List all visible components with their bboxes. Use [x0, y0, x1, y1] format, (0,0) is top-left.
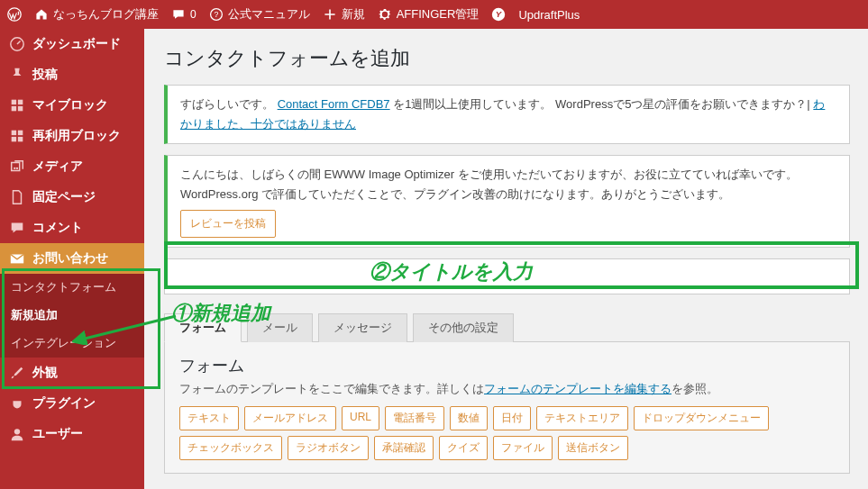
menu-dashboard-label: ダッシュボード [32, 36, 121, 52]
admin-bar: なっちんブログ講座 0 ? 公式マニュアル 新規 AFFINGER管理 Y Up… [0, 0, 868, 29]
menu-users-label: ユーザー [32, 426, 83, 442]
menu-contact[interactable]: お問い合わせ [0, 243, 144, 274]
form-tag-button[interactable]: チェックボックス [179, 436, 282, 460]
brush-icon [9, 365, 25, 381]
yoast-link[interactable]: Y [491, 7, 506, 22]
menu-myblock-label: マイブロック [32, 97, 108, 113]
menu-posts[interactable]: 投稿 [0, 59, 144, 90]
svg-point-17 [14, 429, 20, 434]
menu-posts-label: 投稿 [32, 67, 58, 83]
admin-sidebar: ダッシュボード 投稿 マイブロック 再利用ブロック メディア 固定ページ コメン… [0, 29, 144, 489]
affinger-label: AFFINGER管理 [397, 6, 480, 23]
content-area: コンタクトフォームを追加 すばらしいです。 Contact Form CFDB7… [144, 29, 868, 489]
help-icon: ? [209, 7, 224, 22]
menu-plugins[interactable]: プラグイン [0, 388, 144, 419]
menu-pages[interactable]: 固定ページ [0, 182, 144, 213]
grid-icon [9, 97, 25, 113]
form-panel-heading: フォーム [179, 355, 835, 376]
form-tag-button[interactable]: メールアドレス [244, 406, 336, 430]
menu-contact-label: お問い合わせ [32, 250, 108, 267]
updraft-label: UpdraftPlus [518, 8, 580, 22]
form-tag-list: テキストメールアドレスURL電話番号数値日付テキストエリアドロップダウンメニュー… [179, 406, 835, 460]
menu-appearance[interactable]: 外観 [0, 358, 144, 388]
form-tag-button[interactable]: ファイル [493, 436, 553, 460]
svg-text:?: ? [214, 10, 218, 19]
wp-logo[interactable] [7, 7, 22, 22]
svg-rect-8 [12, 106, 16, 111]
page-title: コンタクトフォームを追加 [164, 45, 850, 72]
comments-link[interactable]: 0 [171, 7, 196, 22]
submenu-addnew[interactable]: 新規追加 [0, 302, 144, 330]
updraft-link[interactable]: UpdraftPlus [518, 8, 580, 22]
user-icon [9, 426, 25, 442]
svg-rect-13 [18, 137, 23, 141]
cfdb7-link[interactable]: Contact Form CFDB7 [278, 97, 390, 111]
new-label: 新規 [342, 6, 365, 23]
plus-icon [323, 7, 337, 22]
notice-ewww: こんにちは、しばらくの間 EWWW Image Optimizer をご使用いた… [164, 155, 850, 248]
manual-label: 公式マニュアル [228, 6, 310, 23]
title-input-wrap [164, 258, 850, 294]
pin-icon [9, 67, 25, 83]
form-panel-desc: フォームのテンプレートをここで編集できます。詳しくはフォームのテンプレートを編集… [179, 382, 835, 397]
notice-cfdb7: すばらしいです。 Contact Form CFDB7 を1週間以上使用していま… [164, 85, 850, 144]
svg-rect-6 [12, 100, 16, 104]
form-tag-button[interactable]: テキストエリア [536, 406, 628, 430]
form-tag-button[interactable]: ドロップダウンメニュー [634, 406, 769, 430]
review-button[interactable]: レビューを投稿 [180, 210, 276, 237]
form-panel: フォーム フォームのテンプレートをここで編集できます。詳しくはフォームのテンプレ… [164, 342, 850, 474]
tab-other[interactable]: その他の設定 [413, 313, 514, 342]
svg-point-14 [14, 168, 15, 169]
mail-icon [9, 250, 25, 267]
new-link[interactable]: 新規 [323, 6, 365, 23]
dashboard-icon [9, 36, 25, 52]
menu-reusable[interactable]: 再利用ブロック [0, 121, 144, 151]
editor-tabs: フォーム メール メッセージ その他の設定 [164, 312, 850, 342]
form-tag-button[interactable]: 送信ボタン [558, 436, 628, 460]
submenu-integration[interactable]: インテグレーション [0, 330, 144, 358]
menu-users[interactable]: ユーザー [0, 419, 144, 449]
form-tag-button[interactable]: クイズ [439, 436, 488, 460]
form-tag-button[interactable]: URL [342, 406, 379, 430]
form-tag-button[interactable]: 数値 [450, 406, 488, 430]
form-tag-button[interactable]: テキスト [179, 406, 239, 430]
plugin-icon [9, 395, 25, 412]
form-title-input[interactable] [164, 258, 850, 294]
media-icon [9, 158, 25, 175]
menu-myblock[interactable]: マイブロック [0, 90, 144, 121]
menu-reusable-label: 再利用ブロック [32, 128, 121, 144]
menu-comments[interactable]: コメント [0, 213, 144, 243]
comment-icon [9, 220, 25, 236]
svg-rect-12 [12, 137, 16, 141]
wordpress-icon [7, 7, 22, 22]
form-tag-button[interactable]: 電話番号 [385, 406, 444, 430]
comment-icon [171, 7, 186, 22]
form-tag-button[interactable]: ラジオボタン [288, 436, 369, 460]
svg-rect-9 [18, 106, 23, 111]
tab-message[interactable]: メッセージ [318, 313, 407, 342]
svg-rect-7 [18, 100, 23, 104]
comment-count: 0 [190, 8, 196, 21]
svg-rect-10 [12, 131, 16, 135]
svg-rect-11 [18, 131, 23, 135]
manual-link[interactable]: ? 公式マニュアル [209, 6, 310, 23]
tab-form[interactable]: フォーム [164, 313, 242, 342]
template-doc-link[interactable]: フォームのテンプレートを編集する [484, 383, 672, 395]
menu-media[interactable]: メディア [0, 151, 144, 182]
form-tag-button[interactable]: 承諾確認 [374, 436, 434, 460]
menu-dashboard[interactable]: ダッシュボード [0, 29, 144, 59]
menu-plugins-label: プラグイン [32, 395, 96, 412]
menu-comments-label: コメント [32, 220, 83, 236]
yoast-icon: Y [491, 7, 506, 22]
grid-icon [9, 128, 25, 144]
form-tag-button[interactable]: 日付 [493, 406, 531, 430]
svg-point-15 [16, 168, 18, 169]
site-name[interactable]: なっちんブログ講座 [34, 6, 159, 23]
site-name-text: なっちんブログ講座 [53, 6, 159, 23]
home-icon [34, 7, 49, 22]
menu-appearance-label: 外観 [32, 365, 58, 381]
submenu-forms[interactable]: コンタクトフォーム [0, 274, 144, 302]
gear-icon [378, 7, 392, 22]
tab-mail[interactable]: メール [247, 313, 313, 342]
affinger-link[interactable]: AFFINGER管理 [378, 6, 480, 23]
